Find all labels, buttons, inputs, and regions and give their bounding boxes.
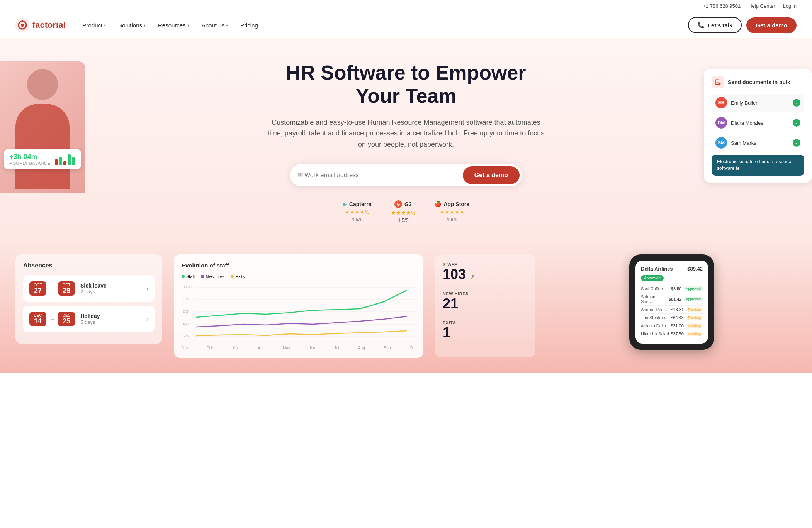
g2-rating: G G2 ★★★★½ 4.5/5 xyxy=(391,200,416,223)
person-name-diana: Diana Morales xyxy=(731,120,789,126)
stat-exits-value: 1 xyxy=(443,325,528,340)
stats-card: STAFF 103 ↗ NEW HIRES 21 EXITS 1 xyxy=(435,254,535,357)
hourly-balance-badge: +3h 04m HOURLY BALANCE xyxy=(4,149,81,169)
g2-icon: G xyxy=(394,200,402,208)
absence-type-holiday: Holiday xyxy=(80,313,141,319)
person-card xyxy=(0,61,85,193)
svg-point-2 xyxy=(21,24,24,27)
appstore-stars: ★★★★★ xyxy=(440,209,465,215)
nav-product[interactable]: Product ▾ xyxy=(77,19,112,32)
hero-subtitle: Customizable and easy-to-use Human Resou… xyxy=(267,117,545,150)
absence-chevron[interactable]: › xyxy=(146,285,148,292)
to-date-sick: OCT 29 xyxy=(58,281,75,296)
help-center-link[interactable]: Help Center xyxy=(748,3,775,9)
nav-solutions[interactable]: Solutions ▾ xyxy=(113,19,151,32)
absence-info-sick: Sick leave 2 days xyxy=(80,283,141,294)
lets-talk-button[interactable]: 📞 Let's talk xyxy=(688,17,742,33)
docs-title: Send documents in bulk xyxy=(728,79,790,85)
navbar: factorial Product ▾ Solutions ▾ Resource… xyxy=(0,12,812,38)
legend-dot-newhires xyxy=(201,275,204,278)
avatar-emily: EB xyxy=(715,97,727,108)
capterra-score: 4.5/5 xyxy=(352,217,363,222)
check-emily: ✓ xyxy=(793,99,800,107)
person-row-diana: DM Diana Morales ✓ xyxy=(712,114,804,132)
arrow-icon: → xyxy=(49,316,55,322)
expense-row: Andora Roo... $18.31 Pending xyxy=(641,306,703,314)
date-range-sick: OCT 27 → OCT 29 xyxy=(29,281,75,296)
ratings: ▶ Capterra ★★★★½ 4.5/5 G G2 ★★★★½ 4.5/5 … xyxy=(267,200,545,223)
avatar-diana: DM xyxy=(715,117,727,129)
capterra-stars: ★★★★½ xyxy=(345,209,369,215)
expense-row: Susi Coffee $3.50 Approved xyxy=(641,285,703,293)
staff-trend: ↗ xyxy=(470,274,475,280)
get-demo-nav-button[interactable]: Get a demo xyxy=(746,17,797,33)
legend-dot-exits xyxy=(231,275,234,278)
apple-icon: 🍎 xyxy=(435,201,441,207)
legend-staff: Staff xyxy=(182,274,195,279)
approved-status: Approved xyxy=(641,275,664,281)
nav-pricing[interactable]: Pricing xyxy=(235,19,263,32)
signature-text: Electronic signature human resource soft… xyxy=(717,159,792,171)
docs-icon xyxy=(712,76,724,88)
email-input[interactable] xyxy=(304,172,463,179)
hero-form: ✉ Get a demo xyxy=(290,164,522,186)
expense-row: The Steakho... $64.48 Pending xyxy=(641,314,703,322)
person-name-emily: Emily Buller xyxy=(731,100,789,106)
absence-item-holiday: DEC 14 → DEC 25 Holiday 5 days › xyxy=(23,306,155,332)
stat-hires-label: NEW HIRES xyxy=(443,291,528,296)
phone-number: +1 786 628 9501 xyxy=(703,3,741,9)
date-range-holiday: DEC 14 → DEC 25 xyxy=(29,312,75,326)
expense-amount: $89.42 xyxy=(687,266,703,272)
expense-row: Hider La Salad $37.50 Pending xyxy=(641,330,703,338)
absence-item-sick: OCT 27 → OCT 29 Sick leave 2 days › xyxy=(23,275,155,302)
hero-content: HR Software to Empower Your Team Customi… xyxy=(267,61,545,223)
nav-links: Product ▾ Solutions ▾ Resources ▾ About … xyxy=(77,19,688,32)
capterra-icon: ▶ xyxy=(343,201,347,207)
bar-chart xyxy=(55,154,75,165)
stat-exits: EXITS 1 xyxy=(443,320,528,340)
hero-section: +3h 04m HOURLY BALANCE HR Software to Em… xyxy=(0,38,812,239)
get-demo-hero-button[interactable]: Get a demo xyxy=(463,166,520,184)
chevron-down-icon: ▾ xyxy=(144,23,146,27)
lower-section: Absences OCT 27 → OCT 29 Sick leave 2 da… xyxy=(0,239,812,373)
logo[interactable]: factorial xyxy=(15,18,66,32)
email-icon: ✉ xyxy=(298,171,303,179)
stat-staff-value: 103 ↗ xyxy=(443,267,528,282)
expense-company: Delta Airlines xyxy=(641,266,673,272)
capterra-rating: ▶ Capterra ★★★★½ 4.5/5 xyxy=(343,201,372,222)
person-row-emily: EB Emily Buller ✓ xyxy=(712,94,804,112)
person-row-sam: SM Sam Marks ✓ xyxy=(712,134,804,152)
stat-newhires: NEW HIRES 21 xyxy=(443,291,528,311)
docs-header: Send documents in bulk xyxy=(712,76,804,88)
signature-badge: Electronic signature human resource soft… xyxy=(712,155,804,176)
absences-card: Absences OCT 27 → OCT 29 Sick leave 2 da… xyxy=(15,254,162,344)
hero-title: HR Software to Empower Your Team xyxy=(267,61,545,108)
absence-days-sick: 2 days xyxy=(80,289,141,294)
stat-hires-value: 21 xyxy=(443,296,528,311)
from-date-sick: OCT 27 xyxy=(29,281,46,296)
hourly-label: HOURLY BALANCE xyxy=(9,161,50,166)
appstore-rating: 🍎 App Store ★★★★★ 4.8/5 xyxy=(435,201,469,222)
absence-days-holiday: 5 days xyxy=(80,319,141,325)
hourly-time: +3h 04m xyxy=(9,153,50,161)
svg-text:40: 40 xyxy=(183,322,189,325)
appstore-score: 4.8/5 xyxy=(447,217,458,222)
nav-resources[interactable]: Resources ▾ xyxy=(153,19,195,32)
chart-legend: Staff New hires Exits xyxy=(182,274,416,279)
login-link[interactable]: Log in xyxy=(783,3,797,9)
absences-title: Absences xyxy=(23,262,155,269)
top-bar: +1 786 628 9501 Help Center Log in xyxy=(0,0,812,12)
evolution-card: Evolution of staff Staff New hires Exits… xyxy=(174,254,423,358)
absence-info-holiday: Holiday 5 days xyxy=(80,313,141,325)
nav-actions: 📞 Let's talk Get a demo xyxy=(688,17,797,33)
legend-newhires: New hires xyxy=(201,274,224,279)
stat-staff: STAFF 103 ↗ xyxy=(443,262,528,282)
legend-dot-staff xyxy=(182,275,185,278)
g2-score: 4.5/5 xyxy=(398,217,409,223)
expense-row: Salmon Sunc... $81.42 Approved xyxy=(641,293,703,306)
avatar-sam: SM xyxy=(715,137,727,149)
chart-x-labels: JanFebMarApr MayJunJulAug SepOct xyxy=(182,346,416,350)
nav-about[interactable]: About us ▾ xyxy=(196,19,233,32)
svg-text:100: 100 xyxy=(183,285,192,288)
absence-chevron[interactable]: › xyxy=(146,316,148,323)
